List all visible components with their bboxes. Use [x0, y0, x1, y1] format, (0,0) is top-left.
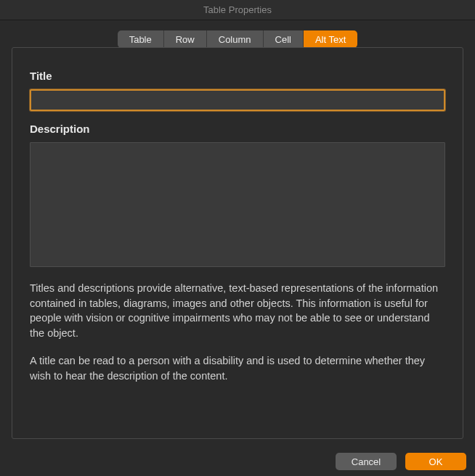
- tab-table[interactable]: Table: [118, 30, 164, 48]
- help-text: Titles and descriptions provide alternat…: [30, 281, 445, 383]
- ok-button[interactable]: OK: [405, 453, 466, 470]
- cancel-button[interactable]: Cancel: [336, 453, 397, 470]
- tab-row[interactable]: Row: [164, 30, 207, 48]
- window-title: Table Properties: [203, 4, 272, 15]
- description-label: Description: [30, 123, 445, 135]
- help-paragraph-1: Titles and descriptions provide alternat…: [30, 281, 445, 340]
- tabs-container: Table Row Column Cell Alt Text: [0, 20, 475, 48]
- description-textarea[interactable]: [30, 142, 445, 267]
- title-section: Title: [30, 70, 445, 111]
- titlebar: Table Properties: [0, 0, 475, 20]
- help-paragraph-2: A title can be read to a person with a d…: [30, 353, 445, 383]
- title-label: Title: [30, 70, 445, 82]
- title-input[interactable]: [30, 89, 445, 111]
- tab-cell[interactable]: Cell: [264, 30, 304, 48]
- dialog-buttons: Cancel OK: [336, 453, 466, 470]
- tab-bar: Table Row Column Cell Alt Text: [118, 30, 358, 48]
- description-section: Description: [30, 123, 445, 269]
- tab-column[interactable]: Column: [207, 30, 264, 48]
- tab-alt-text[interactable]: Alt Text: [304, 30, 357, 48]
- content-panel: Title Description Titles and description…: [12, 47, 463, 439]
